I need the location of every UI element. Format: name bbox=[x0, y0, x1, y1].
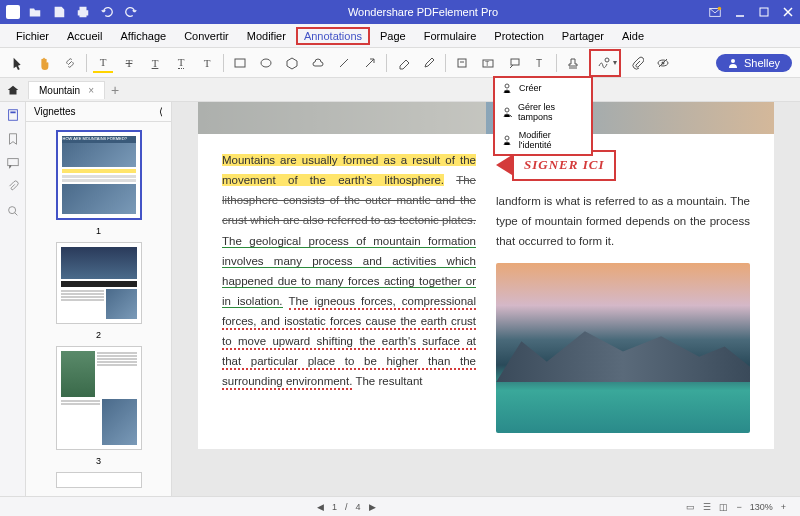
side-icon-bar bbox=[0, 102, 26, 496]
tabbar: Mountain × + bbox=[0, 78, 800, 102]
attachment-tool[interactable] bbox=[627, 53, 647, 73]
menu-page[interactable]: Page bbox=[372, 27, 414, 45]
svg-rect-22 bbox=[10, 112, 15, 114]
thumbnails-panel: Vignettes ⟨ HOW ARE MOUNTAINS FORMED? 1 … bbox=[26, 102, 172, 496]
save-icon[interactable] bbox=[52, 5, 66, 19]
home-icon[interactable] bbox=[6, 83, 20, 97]
attachments-icon[interactable] bbox=[6, 180, 20, 194]
document-area[interactable]: Mountains are usually formed as a result… bbox=[172, 102, 800, 496]
view-single-icon[interactable]: ▭ bbox=[686, 502, 695, 512]
user-icon bbox=[728, 58, 738, 68]
thumbnail-page-3[interactable] bbox=[56, 346, 142, 450]
redo-icon[interactable] bbox=[124, 5, 138, 19]
svg-rect-21 bbox=[8, 110, 17, 121]
minimize-button[interactable] bbox=[734, 6, 746, 18]
user-label: Shelley bbox=[744, 57, 780, 69]
highlight-tool[interactable]: T bbox=[93, 53, 113, 73]
textbox-tool[interactable]: T bbox=[478, 53, 498, 73]
dd-manage-stamps[interactable]: Gérer les tampons bbox=[495, 98, 591, 126]
link-tool[interactable] bbox=[60, 53, 80, 73]
thumbnail-page-2[interactable] bbox=[56, 242, 142, 324]
svg-point-19 bbox=[505, 108, 509, 112]
svg-text:T: T bbox=[536, 58, 542, 69]
mountain-photo bbox=[496, 263, 750, 433]
zoom-level[interactable]: 130% bbox=[750, 502, 773, 512]
mail-icon[interactable] bbox=[708, 5, 722, 19]
toolbar: T T T T T T T ▾ Shelley Créer Gérer les … bbox=[0, 48, 800, 78]
hide-annotations-tool[interactable] bbox=[653, 53, 673, 73]
view-facing-icon[interactable]: ◫ bbox=[719, 502, 728, 512]
underline-tool[interactable]: T bbox=[145, 53, 165, 73]
thumbnails-collapse-icon[interactable]: ⟨ bbox=[159, 106, 163, 117]
menu-partager[interactable]: Partager bbox=[554, 27, 612, 45]
thumb-label-3: 3 bbox=[96, 456, 101, 466]
svg-line-25 bbox=[14, 213, 17, 216]
strikethrough-tool[interactable]: T bbox=[119, 53, 139, 73]
signature-dropdown: Créer Gérer les tampons Modifier l'ident… bbox=[493, 76, 593, 156]
zoom-out-button[interactable]: − bbox=[736, 502, 741, 512]
open-icon[interactable] bbox=[28, 5, 42, 19]
zoom-in-button[interactable]: + bbox=[781, 502, 786, 512]
eraser-tool[interactable] bbox=[393, 53, 413, 73]
window-title: Wondershare PDFelement Pro bbox=[138, 6, 708, 18]
svg-rect-4 bbox=[235, 59, 245, 67]
menu-accueil[interactable]: Accueil bbox=[59, 27, 110, 45]
menu-convertir[interactable]: Convertir bbox=[176, 27, 237, 45]
select-tool[interactable] bbox=[8, 53, 28, 73]
callout-tool[interactable] bbox=[504, 53, 524, 73]
polygon-tool[interactable] bbox=[282, 53, 302, 73]
dd-modify-identity[interactable]: Modifier l'identité bbox=[495, 126, 591, 154]
print-icon[interactable] bbox=[76, 5, 90, 19]
rect-shape-tool[interactable] bbox=[230, 53, 250, 73]
page-header-image bbox=[198, 102, 774, 134]
thumbnails-icon[interactable] bbox=[6, 108, 20, 122]
menu-fichier[interactable]: Fichier bbox=[8, 27, 57, 45]
thumbnails-title: Vignettes bbox=[34, 106, 76, 117]
right-column: SIGNER ICI landform is what is referred … bbox=[496, 150, 750, 433]
next-page-button[interactable]: ▶ bbox=[369, 502, 376, 512]
bookmarks-icon[interactable] bbox=[6, 132, 20, 146]
pencil-tool[interactable] bbox=[419, 53, 439, 73]
oval-shape-tool[interactable] bbox=[256, 53, 276, 73]
line-tool[interactable] bbox=[334, 53, 354, 73]
menu-modifier[interactable]: Modifier bbox=[239, 27, 294, 45]
thumbnail-page-4[interactable] bbox=[56, 472, 142, 488]
view-continuous-icon[interactable]: ☰ bbox=[703, 502, 711, 512]
menu-affichage[interactable]: Affichage bbox=[112, 27, 174, 45]
svg-line-6 bbox=[340, 59, 348, 67]
dd-create[interactable]: Créer bbox=[495, 78, 591, 98]
svg-point-17 bbox=[731, 59, 735, 63]
close-button[interactable] bbox=[782, 6, 794, 18]
stamp-tool[interactable] bbox=[563, 53, 583, 73]
statusbar: ◀ 1 / 4 ▶ ▭ ☰ ◫ − 130% + bbox=[0, 496, 800, 516]
search-icon[interactable] bbox=[6, 204, 20, 218]
menu-formulaire[interactable]: Formulaire bbox=[416, 27, 485, 45]
signature-tool[interactable] bbox=[593, 53, 613, 73]
menu-annotations[interactable]: Annotations bbox=[296, 27, 370, 45]
menu-aide[interactable]: Aide bbox=[614, 27, 652, 45]
add-tab-button[interactable]: + bbox=[111, 82, 119, 98]
user-pill[interactable]: Shelley bbox=[716, 54, 792, 72]
text-comment-tool[interactable]: T bbox=[530, 53, 550, 73]
undo-icon[interactable] bbox=[100, 5, 114, 19]
comments-icon[interactable] bbox=[6, 156, 20, 170]
menubar: Fichier Accueil Affichage Convertir Modi… bbox=[0, 24, 800, 48]
squiggly-tool[interactable]: T bbox=[171, 53, 191, 73]
caret-tool[interactable]: T bbox=[197, 53, 217, 73]
maximize-button[interactable] bbox=[758, 6, 770, 18]
hand-tool[interactable] bbox=[34, 53, 54, 73]
cloud-tool[interactable] bbox=[308, 53, 328, 73]
note-tool[interactable] bbox=[452, 53, 472, 73]
document-tab[interactable]: Mountain × bbox=[28, 81, 105, 99]
arrow-tool[interactable] bbox=[360, 53, 380, 73]
tab-close-icon[interactable]: × bbox=[88, 85, 94, 96]
prev-page-button[interactable]: ◀ bbox=[317, 502, 324, 512]
thumb-label-1: 1 bbox=[96, 226, 101, 236]
right-column-text: landform is what is referred to as a mou… bbox=[496, 191, 750, 251]
svg-point-13 bbox=[605, 58, 609, 62]
thumbnail-page-1[interactable]: HOW ARE MOUNTAINS FORMED? bbox=[56, 130, 142, 220]
page-current[interactable]: 1 bbox=[332, 502, 337, 512]
left-column: Mountains are usually formed as a result… bbox=[222, 150, 476, 433]
menu-protection[interactable]: Protection bbox=[486, 27, 552, 45]
svg-point-24 bbox=[8, 207, 15, 214]
